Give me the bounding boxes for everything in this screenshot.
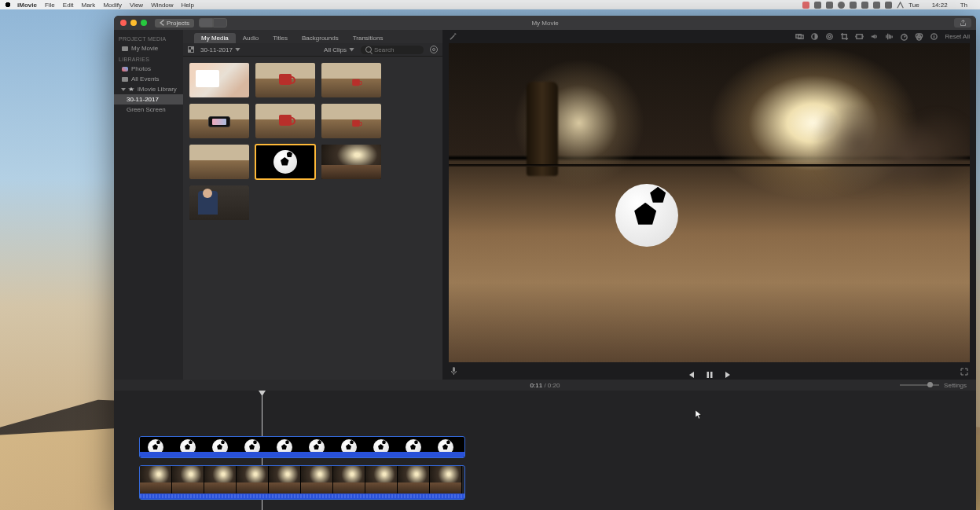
status-icon[interactable] [838, 2, 845, 9]
share-button[interactable] [954, 18, 971, 28]
disclosure-triangle-icon[interactable] [121, 88, 126, 91]
clip-thumb[interactable] [321, 145, 381, 179]
clip-thumb[interactable] [255, 63, 315, 97]
sidebar-header-project-media: PROJECT MEDIA [114, 33, 183, 43]
reset-all-button[interactable]: Reset All [945, 33, 970, 40]
timeline[interactable] [114, 391, 976, 510]
wifi-icon[interactable] [897, 2, 904, 9]
status-icon[interactable] [861, 2, 868, 9]
crop-icon[interactable] [840, 32, 849, 41]
timeline-clip-main[interactable] [139, 465, 465, 500]
menubar-day[interactable]: Tue [908, 2, 919, 9]
view-mode-segmented[interactable] [199, 18, 227, 28]
status-icon[interactable] [873, 2, 880, 9]
clip-thumb[interactable] [189, 63, 249, 97]
sidebar-library[interactable]: iMovie Library [114, 84, 183, 94]
filter-dropdown[interactable]: All Clips [324, 46, 354, 53]
clip-frame [140, 466, 172, 493]
search-input[interactable] [374, 46, 417, 53]
zoom-knob[interactable] [927, 382, 933, 387]
preview-frame [813, 107, 970, 203]
sidebar-event-30-11-2017[interactable]: 30-11-2017 [114, 94, 183, 105]
clip-frame [301, 466, 333, 493]
sidebar-all-events[interactable]: All Events [114, 74, 183, 84]
share-icon [960, 20, 967, 27]
view-mode-2[interactable] [213, 18, 227, 28]
sidebar-event-green-screen[interactable]: Green Screen [114, 105, 183, 115]
menu-help[interactable]: Help [182, 2, 194, 9]
clip-thumb[interactable] [189, 104, 249, 138]
event-dropdown[interactable]: 30-11-2017 [200, 46, 240, 53]
sidebar-photos[interactable]: Photos [114, 64, 183, 74]
timeline-clip-overlay[interactable] [139, 436, 465, 458]
status-icon[interactable] [802, 2, 809, 9]
tab-audio[interactable]: Audio [236, 33, 266, 43]
volume-icon[interactable] [870, 32, 879, 41]
menu-file[interactable]: File [45, 2, 55, 9]
list-view-icon[interactable] [188, 46, 194, 53]
close-button[interactable] [120, 20, 127, 26]
clip-thumbnails [183, 57, 442, 380]
status-icon[interactable] [814, 2, 821, 9]
search-field[interactable] [361, 46, 424, 54]
noise-reduce-icon[interactable] [885, 32, 894, 41]
sidebar-project[interactable]: My Movie [114, 43, 183, 53]
timeline-zoom: Settings [900, 382, 967, 389]
clip-thumb[interactable] [255, 104, 315, 138]
prev-frame-button[interactable] [687, 368, 695, 376]
color-balance-icon[interactable] [810, 32, 819, 41]
menubar-overflow: Th [960, 2, 967, 9]
info-icon[interactable] [930, 32, 938, 41]
tab-backgrounds[interactable]: Backgrounds [295, 33, 346, 43]
preview-frame [449, 164, 970, 167]
window-titlebar: Projects My Movie [114, 16, 976, 30]
status-icon[interactable] [850, 2, 857, 9]
menubar-time[interactable]: 14:22 [932, 2, 948, 9]
clip-audio-track[interactable] [140, 452, 464, 457]
timeline-settings-button[interactable]: Settings [944, 382, 967, 389]
next-frame-button[interactable] [725, 368, 732, 376]
menu-edit[interactable]: Edit [63, 2, 74, 9]
view-mode-1[interactable] [199, 18, 213, 28]
pause-button[interactable] [706, 368, 714, 376]
clip-thumb[interactable] [189, 185, 249, 220]
preview-viewer[interactable] [449, 43, 970, 362]
voiceover-icon[interactable] [450, 365, 457, 379]
status-icon[interactable] [826, 2, 833, 9]
menu-mark[interactable]: Mark [82, 2, 96, 9]
clip-thumb[interactable] [321, 104, 381, 138]
menu-view[interactable]: View [130, 2, 143, 9]
clip-frame [333, 466, 365, 493]
stabilize-icon[interactable] [855, 32, 864, 41]
tab-my-media[interactable]: My Media [194, 33, 236, 43]
overlay-icon[interactable] [795, 32, 804, 41]
clip-thumb[interactable] [321, 63, 381, 97]
timecode-total: 0:20 [548, 382, 560, 389]
speed-icon[interactable] [900, 32, 908, 41]
enhance-wand-icon[interactable] [449, 32, 457, 41]
color-correct-icon[interactable] [825, 32, 834, 41]
clip-thumb-selected[interactable] [255, 145, 315, 179]
back-to-projects-button[interactable]: Projects [155, 19, 194, 28]
tab-transitions[interactable]: Transitions [346, 33, 391, 43]
maximize-button[interactable] [141, 20, 147, 26]
clip-frame [398, 466, 430, 493]
apple-menu-icon[interactable] [5, 2, 11, 8]
sidebar-all-events-label: All Events [131, 75, 160, 83]
clip-thumb[interactable] [189, 145, 249, 179]
menu-modify[interactable]: Modify [103, 2, 122, 9]
preview-frame [615, 184, 678, 247]
fullscreen-icon[interactable] [960, 365, 968, 379]
status-icon[interactable] [885, 2, 892, 9]
filters-icon[interactable] [915, 32, 923, 41]
zoom-slider[interactable] [900, 384, 939, 386]
clip-audio-track[interactable] [140, 493, 464, 499]
app-menu[interactable]: iMovie [17, 2, 37, 9]
upper-panel: PROJECT MEDIA My Movie LIBRARIES Photos … [114, 30, 976, 380]
imovie-window: Projects My Movie PROJECT MEDIA My Movie… [114, 16, 976, 510]
menu-window[interactable]: Window [151, 2, 173, 9]
settings-gear-icon[interactable] [430, 46, 438, 53]
tab-titles[interactable]: Titles [266, 33, 295, 43]
clip-frame [237, 466, 269, 493]
minimize-button[interactable] [130, 20, 137, 26]
